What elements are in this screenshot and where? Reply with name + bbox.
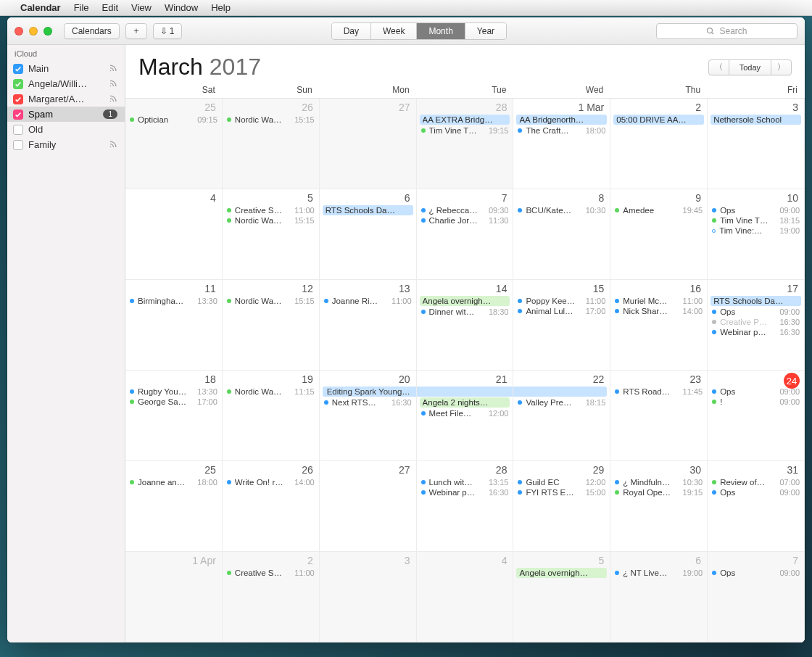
calendar-checkbox[interactable] bbox=[13, 79, 23, 89]
calendar-event[interactable]: Angela overnigh… bbox=[420, 296, 510, 306]
day-cell[interactable]: 9Amedee19:45 bbox=[610, 189, 708, 280]
calendar-event[interactable]: Creative S…11:00 bbox=[223, 568, 319, 578]
day-cell[interactable]: 6RTS Schools Da… bbox=[320, 189, 417, 280]
calendar-event[interactable]: ¿ NT Live…19:00 bbox=[610, 568, 707, 578]
day-cell[interactable]: 12Nordic Wa…15:15 bbox=[223, 280, 320, 371]
sidebar-item[interactable]: Angela/Willi… bbox=[7, 76, 125, 91]
day-cell[interactable]: 6¿ NT Live…19:00 bbox=[610, 552, 708, 642]
calendar-event[interactable]: Creative S…11:00 bbox=[223, 205, 319, 215]
day-cell[interactable]: 13Joanne Ri…11:00 bbox=[320, 280, 417, 371]
day-cell[interactable]: 25Optician09:15 bbox=[125, 99, 223, 189]
day-cell[interactable]: 18Rugby You…13:30George Sa…17:00 bbox=[125, 371, 223, 461]
day-cell[interactable]: 24Ops09:00!09:00 bbox=[708, 371, 805, 461]
day-cell[interactable]: 30¿ Mindfuln…10:30Royal Ope…19:15 bbox=[610, 461, 708, 552]
day-cell[interactable]: 28Lunch wit…13:15Webinar p…16:30 bbox=[417, 461, 514, 552]
today-button[interactable]: Today bbox=[729, 59, 771, 75]
calendar-event[interactable]: AA EXTRA Bridg… bbox=[420, 115, 510, 125]
calendar-event[interactable]: Creative P…16:30 bbox=[708, 317, 804, 327]
day-cell[interactable]: 28AA EXTRA Bridg…Tim Vine T…19:15 bbox=[417, 99, 514, 189]
menu-edit[interactable]: Edit bbox=[102, 2, 118, 13]
sidebar-item[interactable]: Margaret/A… bbox=[7, 91, 125, 107]
calendar-event[interactable]: Angela 2 nights… bbox=[420, 397, 510, 408]
calendar-event[interactable]: RTS Schools Da… bbox=[323, 205, 413, 215]
calendar-event[interactable]: Nick Shar…14:00 bbox=[610, 306, 707, 316]
day-cell[interactable]: 8BCU/Kate…10:30 bbox=[513, 189, 610, 280]
day-cell[interactable]: 17RTS Schools Da…Ops09:00Creative P…16:3… bbox=[708, 280, 805, 371]
calendar-event[interactable]: FYI RTS E…15:00 bbox=[513, 487, 610, 497]
day-cell[interactable]: 4 bbox=[417, 552, 514, 642]
calendar-event[interactable]: Tim Vine T…18:15 bbox=[708, 215, 804, 226]
day-cell[interactable]: 31Review of…07:00Ops09:00 bbox=[708, 461, 805, 552]
calendar-event[interactable]: RTS Schools Da… bbox=[710, 296, 801, 306]
day-cell[interactable]: 4 bbox=[125, 189, 223, 280]
calendar-event[interactable]: Ops09:00 bbox=[708, 205, 804, 215]
calendar-event[interactable]: Write On! r…14:00 bbox=[223, 477, 319, 487]
sidebar-item[interactable]: Spam1 bbox=[7, 107, 125, 122]
view-month-button[interactable]: Month bbox=[417, 23, 465, 39]
day-cell[interactable]: 10Ops09:00Tim Vine T…18:15Tim Vine:…19:0… bbox=[708, 189, 805, 280]
menu-help[interactable]: Help bbox=[211, 2, 231, 13]
calendar-event[interactable]: Nordic Wa…15:15 bbox=[223, 296, 319, 306]
day-cell[interactable]: 205:00 DRIVE AA… bbox=[610, 99, 708, 189]
day-cell[interactable]: 1 Apr bbox=[125, 552, 223, 642]
calendar-checkbox[interactable] bbox=[13, 110, 23, 120]
calendar-event[interactable]: Joanne an…18:00 bbox=[125, 477, 222, 487]
day-cell[interactable]: 20Editing Spark Young Writers magazineNe… bbox=[320, 371, 417, 461]
calendar-event[interactable]: Review of…07:00 bbox=[708, 477, 804, 487]
calendar-event[interactable]: RTS Road…11:45 bbox=[610, 387, 707, 397]
zoom-icon[interactable] bbox=[44, 27, 52, 36]
day-cell[interactable]: 15Poppy Kee…11:00Animal Lul…17:00 bbox=[513, 280, 610, 371]
calendar-event[interactable]: Nordic Wa…15:15 bbox=[223, 215, 319, 226]
calendar-event[interactable]: Optician09:15 bbox=[125, 115, 222, 125]
day-cell[interactable]: 29Guild EC12:00FYI RTS E…15:00 bbox=[513, 461, 610, 552]
calendar-event[interactable]: Joanne Ri…11:00 bbox=[320, 296, 416, 306]
day-cell[interactable]: 27 bbox=[320, 99, 417, 189]
calendar-event[interactable]: Nordic Wa…15:15 bbox=[223, 115, 319, 125]
menu-window[interactable]: Window bbox=[165, 2, 198, 13]
calendar-checkbox[interactable] bbox=[13, 140, 23, 150]
calendar-event[interactable]: . bbox=[417, 387, 513, 397]
calendar-event[interactable]: Muriel Mc…11:00 bbox=[610, 296, 707, 306]
day-cell[interactable]: 26Write On! r…14:00 bbox=[223, 461, 320, 552]
sidebar-item[interactable]: Family bbox=[7, 137, 125, 152]
view-week-button[interactable]: Week bbox=[371, 23, 417, 39]
calendar-event[interactable]: Ops09:00 bbox=[708, 568, 804, 578]
day-cell[interactable]: 11Birmingha…13:30 bbox=[125, 280, 223, 371]
calendar-checkbox[interactable] bbox=[13, 125, 23, 135]
calendar-event[interactable]: !09:00 bbox=[708, 397, 804, 407]
menu-file[interactable]: File bbox=[74, 2, 89, 13]
calendar-event[interactable]: AA Bridgenorth… bbox=[516, 115, 607, 125]
calendar-event[interactable]: Animal Lul…17:00 bbox=[513, 306, 610, 316]
calendar-event[interactable]: Ops09:00 bbox=[708, 307, 804, 317]
day-cell[interactable]: 5Angela overnigh… bbox=[513, 552, 610, 642]
search-field[interactable]: Search bbox=[656, 23, 798, 39]
calendar-event[interactable]: Rugby You…13:30 bbox=[125, 387, 222, 397]
sidebar-item[interactable]: Old bbox=[7, 122, 125, 137]
day-cell[interactable]: 22.Valley Pre…18:15 bbox=[513, 371, 610, 461]
day-cell[interactable]: 7¿ Rebecca…09:30Charlie Jor…11:30 bbox=[417, 189, 514, 280]
view-day-button[interactable]: Day bbox=[332, 23, 371, 39]
calendar-event[interactable]: ¿ Rebecca…09:30 bbox=[417, 205, 513, 215]
calendar-event[interactable]: BCU/Kate…10:30 bbox=[513, 205, 610, 215]
calendar-event[interactable]: Amedee19:45 bbox=[610, 205, 707, 215]
calendar-event[interactable]: Tim Vine:…19:00 bbox=[708, 226, 804, 236]
sidebar-item[interactable]: Main bbox=[7, 61, 125, 76]
calendar-event[interactable]: Guild EC12:00 bbox=[513, 477, 610, 487]
day-cell[interactable]: 5Creative S…11:00Nordic Wa…15:15 bbox=[223, 189, 320, 280]
calendar-event[interactable]: Nethersole School bbox=[710, 115, 801, 125]
calendar-checkbox[interactable] bbox=[13, 94, 23, 104]
minimize-icon[interactable] bbox=[29, 27, 38, 36]
day-cell[interactable]: 27 bbox=[320, 461, 417, 552]
close-icon[interactable] bbox=[14, 27, 23, 36]
calendar-event[interactable]: Webinar p…16:30 bbox=[708, 327, 804, 337]
calendar-event[interactable]: Angela overnigh… bbox=[516, 568, 607, 578]
calendar-checkbox[interactable] bbox=[13, 64, 23, 74]
day-cell[interactable]: 3 bbox=[320, 552, 417, 642]
prev-button[interactable]: 〈 bbox=[708, 59, 729, 75]
calendar-event[interactable]: Charlie Jor…11:30 bbox=[417, 215, 513, 226]
day-cell[interactable]: 23RTS Road…11:45 bbox=[610, 371, 708, 461]
next-button[interactable]: 〉 bbox=[771, 59, 792, 75]
calendar-event[interactable]: Royal Ope…19:15 bbox=[610, 487, 707, 497]
calendar-event[interactable]: The Craft…18:00 bbox=[513, 125, 610, 136]
calendar-event[interactable]: . bbox=[513, 387, 607, 397]
